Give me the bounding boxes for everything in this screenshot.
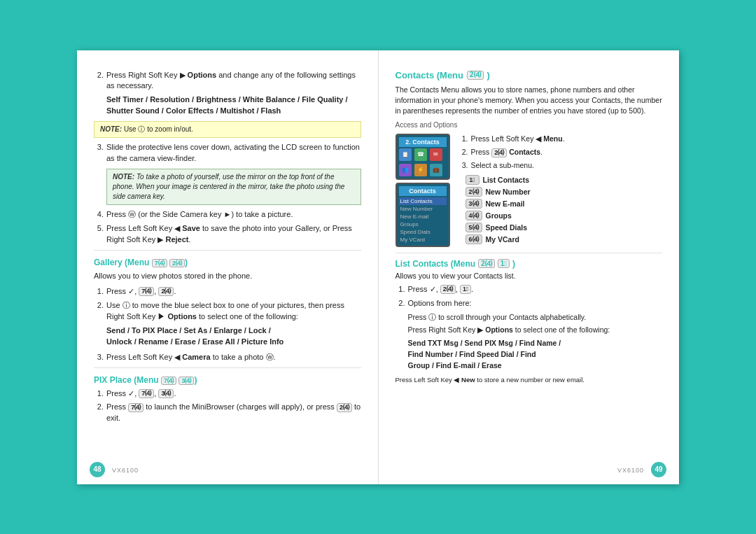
screen2-item6: My VCard (399, 236, 447, 244)
phone-icon-5: ⚡ (414, 164, 427, 176)
page-right: Contacts (Menu 2⑷ ) The Contacts Menu al… (379, 50, 680, 484)
step-4: 4. Press ⓦ (or the Side Camera key ►) to… (94, 209, 361, 220)
step-3: 3. Slide the protective lens cover down,… (94, 142, 361, 164)
contacts-layout: 2. Contacts 📋 ☎ ✉ 👥 ⚡ 💼 (396, 134, 663, 247)
screen2-item1: List Contacts (399, 197, 447, 205)
list-step2a: Press ⓘ to scroll through your Contacts … (408, 312, 663, 323)
screen2-item5: Speed Dials (399, 228, 447, 236)
submenu-item-3: 3⑷ New E-mail (465, 199, 663, 209)
submenu-item-2: 2⑷ New Number (465, 187, 663, 197)
access-step3: 3. Select a sub-menu. (458, 160, 663, 171)
list-contacts-heading: List Contacts (Menu 2⑷ 1⃣ ) (396, 259, 663, 269)
phone-screenshot: 2. Contacts 📋 ☎ ✉ 👥 ⚡ 💼 (396, 134, 451, 247)
note-box-mirror: NOTE: To take a photo of yourself, use t… (106, 169, 361, 205)
pix-step2: 2. Press 7⑷ to launch the MiniBrowser (c… (94, 402, 361, 424)
step-5: 5. Press Left Soft Key ◀ Save to save th… (94, 223, 361, 246)
send-options: Send TXT Msg / Send PIX Msg / Find Name … (408, 338, 663, 371)
phone-icon-6: 💼 (430, 164, 442, 176)
page-left: 2. Press Right Soft Key ▶ Options and ch… (77, 50, 379, 484)
submenu-list: 1⃣ List Contacts 2⑷ New Number 3⑷ New E-… (465, 175, 663, 244)
step-2: 2. Press Right Soft Key ▶ Options and ch… (94, 70, 361, 92)
page-model-right: VX6100 (617, 467, 644, 474)
access-options-label: Access and Options (396, 120, 663, 131)
divider-right (396, 253, 663, 253)
page-model-left: VX6100 (112, 467, 139, 474)
pix-heading: PIX Place (Menu 7⑷ 3⑷) (94, 375, 361, 386)
screen2-item3: New E-mail (399, 213, 447, 220)
submenu-item-4: 4⑷ Groups (465, 211, 663, 220)
phone-screen-2: Contacts List Contacts New Number New E-… (396, 183, 451, 247)
contacts-steps: 1. Press Left Soft Key ◀ Menu. 2. Press … (458, 134, 663, 247)
list-step1: 1. Press ✓, 2⑷, 1⃣. (396, 284, 663, 295)
page-number-left: 48 (90, 462, 105, 477)
divider-2 (94, 367, 361, 368)
gallery-heading: Gallery (Menu 7⑷ 2⑷) (94, 258, 361, 268)
phone-icon-2: ☎ (414, 148, 427, 161)
pages-wrapper: 2. Press Right Soft Key ▶ Options and ch… (77, 50, 679, 484)
gallery-step1: 1. Press ✓, 7⑷, 2⑷. (94, 286, 361, 297)
note-box-zoom: NOTE: Use ⓘ to zoom in/out. (94, 121, 361, 138)
phone-icon-3: ✉ (430, 148, 442, 161)
contacts-heading: Contacts (Menu 2⑷ ) (396, 70, 663, 80)
gallery-step2: 2. Use ⓘ to move the blue select box to … (94, 300, 361, 323)
submenu-item-1: 1⃣ List Contacts (465, 175, 663, 185)
page-number-right: 49 (651, 462, 666, 477)
step2-settings: Self Timer / Resolution / Brightness / W… (106, 94, 361, 117)
list-step2c: Press Left Soft Key ◀ New to store a new… (396, 375, 663, 384)
pix-step1: 1. Press ✓, 7⑷, 3⑷. (94, 388, 361, 400)
submenu-item-5: 5⑷ Speed Dials (465, 223, 663, 232)
list-step2: 2. Options from here: (396, 298, 663, 309)
screen2-item4: Groups (399, 220, 447, 228)
phone-screen: 2. Contacts 📋 ☎ ✉ 👥 ⚡ 💼 (396, 134, 450, 180)
list-desc: Allows you to view your Contacts list. (396, 271, 663, 281)
divider-1 (94, 250, 361, 251)
gallery-desc: Allows you to view photos stored in the … (94, 271, 361, 282)
access-step1: 1. Press Left Soft Key ◀ Menu. (458, 134, 663, 144)
phone-screen-title: 2. Contacts (399, 137, 447, 147)
phone-icon-4: 👥 (399, 164, 412, 176)
list-step2b: Press Right Soft Key ▶ Options to select… (408, 325, 663, 335)
phone-icons-row: 📋 ☎ ✉ (399, 148, 447, 161)
phone-icons-row2: 👥 ⚡ 💼 (399, 164, 447, 176)
submenu-item-6: 6⑷ My VCard (465, 234, 663, 244)
gallery-step3: 3. Press Left Soft Key ◀ Camera to take … (94, 352, 361, 363)
outer-container: 2. Press Right Soft Key ▶ Options and ch… (0, 0, 756, 534)
contacts-desc: The Contacts Menu allows you to store na… (396, 85, 663, 117)
screen2-item2: New Number (399, 205, 447, 213)
phone-icon-1: 📋 (399, 148, 412, 161)
gallery-options: Send / To PIX Place / Set As / Enlarge /… (106, 325, 361, 348)
access-step2: 2. Press 2⑷ Contacts. (458, 147, 663, 157)
